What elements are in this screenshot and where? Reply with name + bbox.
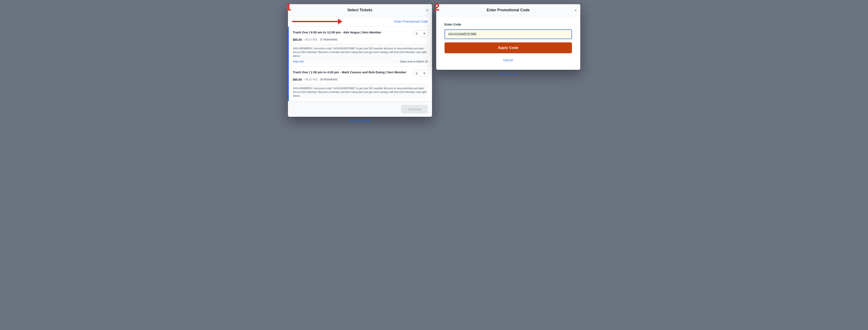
arrow-line (292, 19, 342, 24)
modal1-close-button[interactable]: × (426, 8, 429, 12)
modal1-title: Select Tickets (347, 8, 373, 12)
ticket1-hide-info-link[interactable]: Hide Info (293, 60, 304, 63)
ticket2-fee: + $5.32 FEE (303, 78, 317, 81)
ticket-item: Track One | 1:00 pm to 4:00 pm - Mark Ca… (288, 67, 432, 101)
modal1-body: Enter Promotional Code Track One | 9:00 … (288, 16, 432, 101)
checkout-button[interactable]: Checkout (401, 105, 428, 113)
ticket1-title: Track One | 9:00 am to 12:00 pm - Ade Ho… (293, 30, 411, 34)
enter-code-label: Enter Code (444, 23, 461, 26)
ticket2-qty-value: 0 (416, 72, 417, 75)
ticket1-fee: + $5.32 FEE (303, 38, 317, 41)
ticket2-remaining: 38 REMAINING (320, 78, 338, 81)
modal1-below: Add to Calendar (288, 117, 432, 125)
ticket2-qty-chevron: ▾ (424, 71, 425, 75)
select-tickets-modal: Select Tickets × Enter Promotional Code (288, 4, 432, 117)
cancel-link[interactable]: Cancel (444, 57, 572, 63)
ticket1-remaining: 37 REMAINING (320, 38, 338, 41)
ticket1-info-footer: Hide Info Sales end on March 16 (293, 60, 428, 63)
ticket2-info-box: AIGA MEMBERS: Use promo code "AIGAISAWES… (293, 84, 428, 98)
promo-link-row: Enter Promotional Code (288, 16, 432, 27)
ticket1-price: $85.00 (293, 38, 302, 41)
arrow-indicator (292, 19, 342, 24)
modal1-add-to-calendar-link[interactable]: Add to Calendar (349, 119, 370, 123)
select-tickets-modal-wrapper: 1 Select Tickets × Enter Promotional Cod… (288, 4, 432, 125)
ticket1-qty-chevron: ▾ (424, 32, 425, 35)
modal2-header: Enter Promotional Code × (436, 4, 580, 16)
step1-badge: 1 (286, 2, 291, 12)
ticket-item: Track One | 9:00 am to 12:00 pm - Ade Ho… (288, 27, 432, 67)
ticket2-qty-selector[interactable]: 0 ▾ (413, 70, 428, 77)
modal2-title: Enter Promotional Code (487, 8, 530, 12)
promo-code-modal-wrapper: 2 Enter Promotional Code × Enter Code Ap… (436, 4, 580, 125)
ticket1-qty-value: 0 (416, 32, 417, 35)
ticket1-qty-selector[interactable]: 0 ▾ (413, 30, 428, 37)
modal1-footer: Checkout (288, 101, 432, 117)
ticket2-title: Track One | 1:00 pm to 4:00 pm - Mark Ca… (293, 70, 411, 74)
ticket1-info-box: AIGA MEMBERS: Use promo code "AIGAISAWES… (293, 44, 428, 63)
apply-code-button[interactable]: Apply Code (444, 42, 572, 53)
arrow-head (338, 19, 342, 24)
ticket2-info-text: AIGA MEMBERS: Use promo code "AIGAISAWES… (293, 87, 428, 98)
ticket1-price-row: $85.00 + $5.32 FEE 37 REMAINING (293, 38, 428, 41)
step2-badge: 2 (434, 2, 440, 12)
ticket2-header: Track One | 1:00 pm to 4:00 pm - Mark Ca… (293, 70, 428, 77)
ticket1-sales-end: Sales end on March 16 (400, 60, 428, 63)
modal2-close-button[interactable]: × (575, 8, 577, 12)
modal2-add-to-calendar-link[interactable]: Add to Calendar (498, 72, 519, 76)
ticket2-price: $85.00 (293, 78, 302, 81)
arrow-shaft (292, 21, 338, 22)
modal2-below: Add to Calendar (436, 70, 580, 79)
modal1-header: Select Tickets × (288, 4, 432, 16)
promo-code-modal: Enter Promotional Code × Enter Code Appl… (436, 4, 580, 70)
ticket2-price-row: $85.00 + $5.32 FEE 38 REMAINING (293, 78, 428, 81)
promo-code-input[interactable] (444, 29, 572, 39)
ticket1-header: Track One | 9:00 am to 12:00 pm - Ade Ho… (293, 30, 428, 37)
enter-promo-code-link[interactable]: Enter Promotional Code (394, 20, 428, 23)
promo-modal-body: Enter Code Apply Code Cancel (436, 16, 580, 70)
ticket1-info-text: AIGA MEMBERS: Use promo code "AIGAISAWES… (293, 47, 428, 58)
